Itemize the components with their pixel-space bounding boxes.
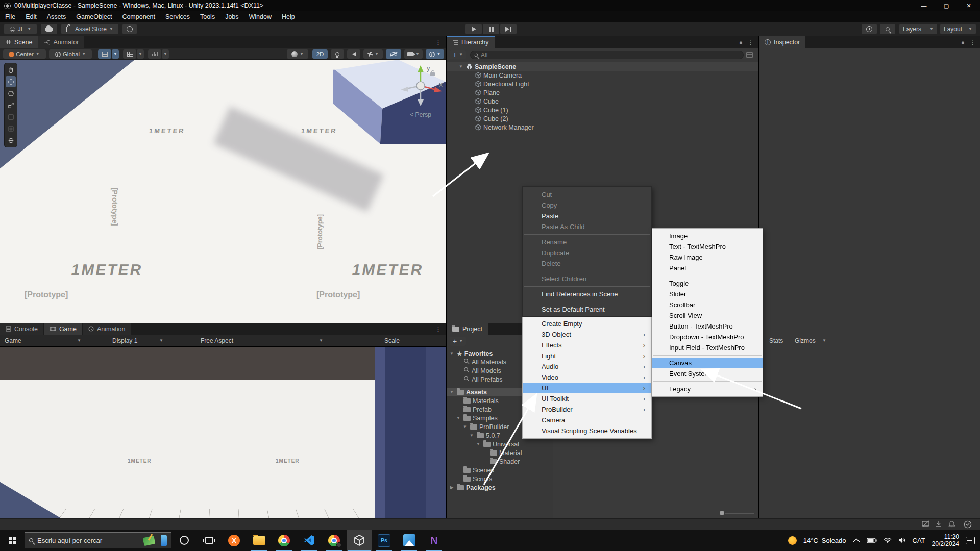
hierarchy-lock-icon[interactable]: 🔒︎ xyxy=(740,39,742,45)
keyboard-language[interactable]: CAT xyxy=(913,537,925,544)
hierarchy-row-cube-2[interactable]: Cube (2) xyxy=(447,114,758,123)
project-row-shader[interactable]: Shader xyxy=(447,457,553,466)
camera-dropdown[interactable]: ▼ xyxy=(404,49,423,59)
taskbar-app-unity[interactable] xyxy=(347,530,372,551)
taskbar-app-chrome[interactable] xyxy=(272,530,297,551)
custom-tool-button[interactable] xyxy=(6,135,16,146)
menu-file[interactable]: File xyxy=(0,11,20,22)
project-add-button[interactable]: +▼ xyxy=(450,337,466,346)
submenu-item-raw-image[interactable]: Raw Image xyxy=(652,252,763,263)
submenu-item-button-textmeshpro[interactable]: Button - TextMeshPro xyxy=(652,321,763,332)
context-menu-item-delete[interactable]: Delete xyxy=(523,258,651,269)
context-menu-item-find-references-in-scene[interactable]: Find References in Scene xyxy=(523,289,651,299)
context-menu-item-cut[interactable]: Cut xyxy=(523,189,651,200)
submenu-item-scroll-view[interactable]: Scroll View xyxy=(652,310,763,321)
submenu-item-legacy[interactable]: Legacy› xyxy=(652,384,763,394)
game-target-dropdown[interactable]: Game▼ xyxy=(2,336,84,345)
weather-sun-icon[interactable] xyxy=(788,536,797,545)
display-dropdown[interactable]: Display 1▼ xyxy=(110,336,166,345)
weather-desc[interactable]: Soleado xyxy=(822,537,846,544)
hierarchy-row-directional-light[interactable]: Directional Light xyxy=(447,80,758,88)
hierarchy-row-cube-1[interactable]: Cube (1) xyxy=(447,106,758,114)
context-menu-item-3d-object[interactable]: 3D Object› xyxy=(523,329,651,340)
game-panel-menu-icon[interactable]: ⋮ xyxy=(431,323,446,335)
context-menu-item-probuilder[interactable]: ProBuilder› xyxy=(523,404,651,415)
snap-button[interactable] xyxy=(123,49,136,59)
hierarchy-add-button[interactable]: +▼ xyxy=(450,50,466,59)
tab-scene[interactable]: Scene xyxy=(0,36,38,48)
project-row-material[interactable]: Material xyxy=(447,448,553,457)
undo-history-button[interactable] xyxy=(862,24,877,34)
hierarchy-scene-picker-icon[interactable] xyxy=(746,51,753,60)
tray-chevron-icon[interactable] xyxy=(853,538,860,542)
hierarchy-row-scene[interactable]: ▼SampleScene xyxy=(447,62,758,71)
hierarchy-row-main-camera[interactable]: Main Camera xyxy=(447,71,758,80)
submenu-item-input-field-textmeshpro[interactable]: Input Field - TextMeshPro xyxy=(652,342,763,353)
hierarchy-row-cube[interactable]: Cube xyxy=(447,97,758,106)
menu-services[interactable]: Services xyxy=(160,11,195,22)
pause-button[interactable] xyxy=(483,24,499,34)
menu-tools[interactable]: Tools xyxy=(195,11,220,22)
foldout-icon[interactable]: ▼ xyxy=(462,424,468,429)
hierarchy-search-input[interactable]: All xyxy=(470,51,744,59)
inspector-lock-icon[interactable]: 🔒︎ xyxy=(962,39,964,45)
context-menu-item-audio[interactable]: Audio› xyxy=(523,361,651,372)
menu-edit[interactable]: Edit xyxy=(20,11,42,22)
tab-inspector[interactable]: i Inspector xyxy=(759,36,805,48)
context-menu-item-paste-as-child[interactable]: Paste As Child xyxy=(523,221,651,232)
context-menu-item-paste[interactable]: Paste xyxy=(523,211,651,221)
project-row-universal[interactable]: ▼Universal xyxy=(447,440,553,448)
project-zoom-slider-knob[interactable] xyxy=(720,511,724,515)
menu-component[interactable]: Component xyxy=(117,11,160,22)
submenu-item-scrollbar[interactable]: Scrollbar xyxy=(652,299,763,310)
bell-icon[interactable] xyxy=(948,520,955,530)
grid-snap-caret[interactable]: ▼ xyxy=(112,49,119,59)
project-row-scenes[interactable]: Scenes xyxy=(447,466,553,474)
play-button[interactable] xyxy=(465,24,482,34)
hierarchy-row-plane[interactable]: Plane xyxy=(447,88,758,97)
taskbar-app-photoshop[interactable]: Ps xyxy=(372,530,397,551)
tab-animator[interactable]: Animator xyxy=(38,36,84,48)
perspective-label[interactable]: < Persp xyxy=(394,111,447,118)
context-menu-item-video[interactable]: Video› xyxy=(523,372,651,383)
taskbar-search-input[interactable]: Escriu aquí per cercar xyxy=(24,532,172,548)
scene-panel-menu-icon[interactable]: ⋮ xyxy=(431,36,446,48)
menu-jobs[interactable]: Jobs xyxy=(220,11,243,22)
submenu-item-canvas[interactable]: Canvas xyxy=(652,358,763,368)
search-button[interactable] xyxy=(880,24,895,34)
menu-help[interactable]: Help xyxy=(277,11,300,22)
close-button[interactable]: ✕ xyxy=(958,0,980,11)
foldout-icon[interactable]: ▼ xyxy=(458,64,464,69)
taskbar-app-cortana[interactable] xyxy=(172,530,197,551)
taskbar-app-file-explorer[interactable] xyxy=(247,530,272,551)
foldout-icon[interactable]: ▼ xyxy=(449,390,455,394)
context-menu-item-copy[interactable]: Copy xyxy=(523,200,651,211)
hierarchy-panel-menu-icon[interactable]: ⋮ xyxy=(747,38,754,46)
account-dropdown[interactable]: JF▼ xyxy=(4,24,37,34)
context-menu-item-light[interactable]: Light› xyxy=(523,350,651,361)
submenu-item-slider[interactable]: Slider xyxy=(652,289,763,299)
taskbar-app-xampp[interactable]: X xyxy=(222,530,247,551)
step-button[interactable] xyxy=(500,24,517,34)
scene-orientation-gizmo[interactable]: y x xyxy=(394,61,447,114)
wifi-icon[interactable] xyxy=(884,537,892,543)
2d-toggle[interactable]: 2D xyxy=(312,49,328,59)
orientation-dropdown[interactable]: Global▼ xyxy=(49,49,92,59)
submenu-item-dropdown-textmeshpro[interactable]: Dropdown - TextMeshPro xyxy=(652,332,763,342)
taskbar-app-photos[interactable] xyxy=(397,530,422,551)
submenu-item-image[interactable]: Image xyxy=(652,231,763,241)
tab-hierarchy[interactable]: Hierarchy xyxy=(447,36,495,48)
asset-store-dropdown[interactable]: Asset Store▼ xyxy=(61,24,118,34)
shading-mode-dropdown[interactable]: ▼ xyxy=(287,49,308,59)
foldout-icon[interactable]: ▶ xyxy=(449,485,455,490)
context-menu-item-select-children[interactable]: Select Children xyxy=(523,273,651,284)
layout-dropdown[interactable]: Layout▼ xyxy=(940,24,976,34)
transform-tool-button[interactable] xyxy=(6,123,16,134)
tab-console[interactable]: Console xyxy=(0,323,43,335)
taskbar-app-task-view[interactable] xyxy=(197,530,222,551)
tab-animation[interactable]: Animation xyxy=(83,323,131,335)
taskbar-app-vscode[interactable] xyxy=(297,530,322,551)
hierarchy-row-network-manager[interactable]: Network Manager xyxy=(447,123,758,132)
pivot-dropdown[interactable]: Center▼ xyxy=(3,49,46,59)
rect-tool-button[interactable] xyxy=(6,111,16,122)
